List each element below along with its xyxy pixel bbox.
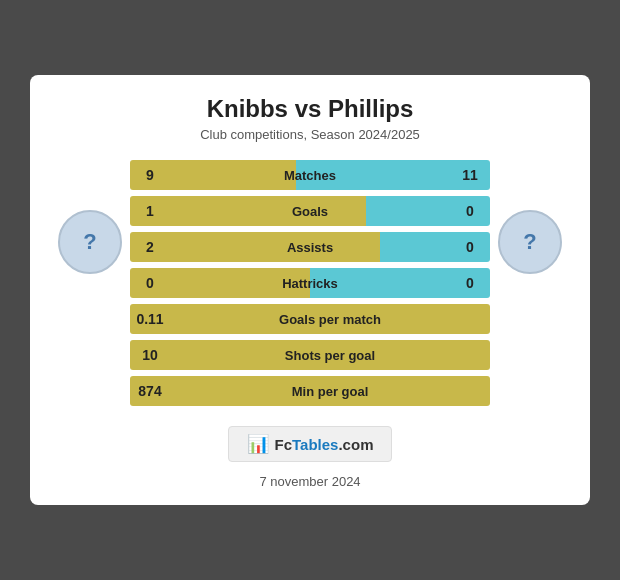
stat-left-value: 2 (130, 232, 170, 262)
stat-right-value: 11 (450, 160, 490, 190)
stat-row-single: 0.11 Goals per match (130, 304, 490, 334)
stat-right-value: 0 (450, 232, 490, 262)
stat-single-value: 874 (130, 376, 170, 406)
stats-center: 9 Matches 11 1 Goals 0 2 Assists 0 (130, 160, 490, 412)
stat-single-bar: Goals per match (170, 304, 490, 334)
avatar-right-image: ? (498, 210, 562, 274)
stat-bar: Goals (170, 196, 450, 226)
stat-right-value: 0 (450, 268, 490, 298)
card-subtitle: Club competitions, Season 2024/2025 (50, 127, 570, 142)
stat-row: 0 Hattricks 0 (130, 268, 490, 298)
stat-row: 9 Matches 11 (130, 160, 490, 190)
stat-single-value: 10 (130, 340, 170, 370)
stat-left-value: 9 (130, 160, 170, 190)
stats-wrapper: ? 9 Matches 11 1 Goals 0 2 (50, 160, 570, 412)
logo-box: 📊 FcTables.com (228, 426, 393, 462)
logo-icon: 📊 (247, 433, 269, 455)
stat-bar: Matches (170, 160, 450, 190)
stat-label: Goals (170, 204, 450, 219)
logo-area: 📊 FcTables.com (50, 426, 570, 462)
stat-row: 1 Goals 0 (130, 196, 490, 226)
stat-single-label: Min per goal (292, 384, 369, 399)
stat-left-value: 1 (130, 196, 170, 226)
stat-label: Matches (170, 168, 450, 183)
avatar-left-image: ? (58, 210, 122, 274)
stat-right-value: 0 (450, 196, 490, 226)
stat-single-label: Goals per match (279, 312, 381, 327)
stat-single-bar: Min per goal (170, 376, 490, 406)
stat-single-label: Shots per goal (285, 348, 375, 363)
stat-left-value: 0 (130, 268, 170, 298)
stat-row: 2 Assists 0 (130, 232, 490, 262)
stat-bar: Hattricks (170, 268, 450, 298)
stat-label: Hattricks (170, 276, 450, 291)
stat-label: Assists (170, 240, 450, 255)
card-title: Knibbs vs Phillips (50, 95, 570, 123)
stat-row-single: 10 Shots per goal (130, 340, 490, 370)
comparison-card: Knibbs vs Phillips Club competitions, Se… (30, 75, 590, 505)
logo-text: FcTables.com (275, 436, 374, 453)
avatar-right: ? (490, 160, 570, 274)
stat-bar: Assists (170, 232, 450, 262)
footer-date: 7 november 2024 (50, 474, 570, 489)
stat-row-single: 874 Min per goal (130, 376, 490, 406)
stat-single-bar: Shots per goal (170, 340, 490, 370)
avatar-left: ? (50, 160, 130, 274)
stat-single-value: 0.11 (130, 304, 170, 334)
